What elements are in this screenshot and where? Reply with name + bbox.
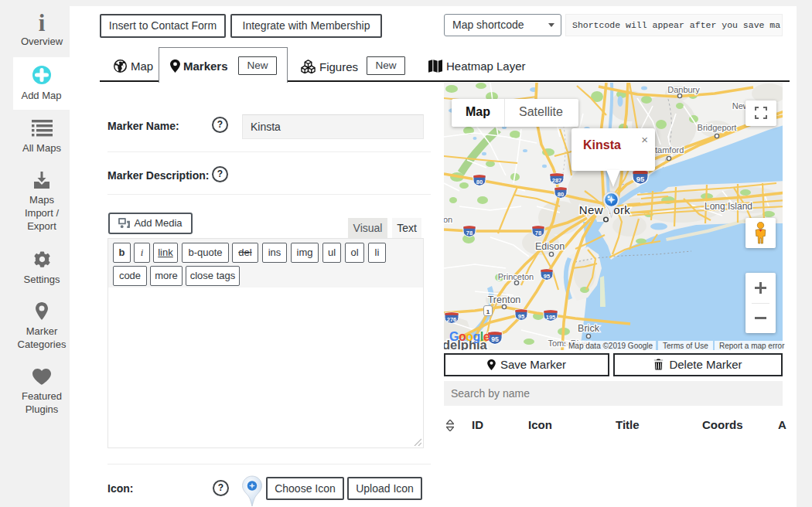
- svg-text:Trenton: Trenton: [488, 294, 521, 305]
- svg-text:Long Island: Long Island: [705, 201, 752, 212]
- svg-text:on: on: [444, 215, 452, 224]
- svg-text:78: 78: [535, 230, 541, 236]
- svg-text:80: 80: [558, 191, 564, 198]
- svg-text:78: 78: [466, 230, 473, 236]
- svg-text:287: 287: [552, 177, 562, 184]
- svg-text:95: 95: [518, 313, 524, 320]
- svg-text:New York: New York: [579, 203, 631, 216]
- svg-text:95: 95: [636, 175, 644, 183]
- svg-text:Bridgeport: Bridgeport: [698, 123, 737, 132]
- svg-text:Brick: Brick: [578, 323, 600, 334]
- svg-text:276: 276: [447, 316, 457, 323]
- svg-text:80: 80: [476, 179, 483, 185]
- svg-text:95: 95: [491, 335, 499, 343]
- svg-text:195: 195: [546, 314, 556, 321]
- svg-text:95: 95: [544, 273, 550, 280]
- svg-text:Danbury: Danbury: [667, 85, 700, 94]
- svg-text:Princeton: Princeton: [498, 272, 534, 281]
- svg-text:Edison: Edison: [535, 241, 565, 252]
- svg-text:1: 1: [486, 308, 490, 315]
